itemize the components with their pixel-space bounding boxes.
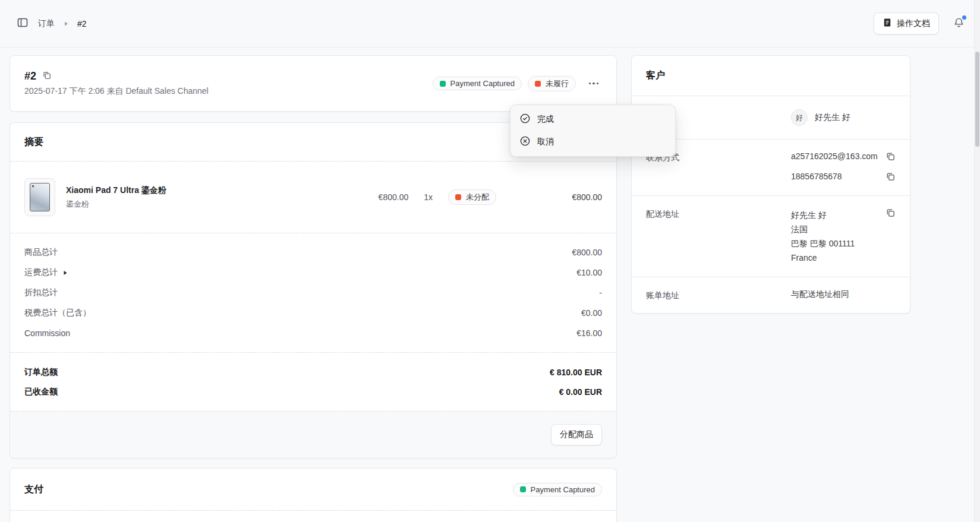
billing-address-value: 与配送地址相同 — [791, 289, 896, 301]
docs-button[interactable]: 操作文档 — [874, 12, 939, 34]
menu-item-complete[interactable]: 完成 — [513, 108, 672, 131]
red-dot-icon — [535, 81, 541, 87]
order-date-channel: 2025-07-17 下午 2:06 来自 Default Sales Chan… — [24, 86, 209, 97]
shipping-address-row: 配送地址 好先生 好 法国 巴黎 巴黎 001111 France — [632, 195, 910, 277]
document-icon — [883, 18, 892, 29]
customer-card: 客户 好 好先生 好 联系方式 a257162025@163.com — [631, 55, 910, 314]
total-row-shipping: 运费总计 €10.00 — [24, 262, 602, 283]
order-line-item: Xiaomi Pad 7 Ultra 鎏金粉 鎏金粉 €800.00 1x 未分… — [10, 162, 616, 233]
scrollbar-thumb[interactable] — [975, 52, 979, 147]
totals-section: 商品总计 €800.00 运费总计 €10.00 折扣总计 - — [10, 233, 616, 352]
line-total: €800.00 — [496, 192, 602, 202]
customer-column: 客户 好 好先生 好 联系方式 a257162025@163.com — [631, 55, 910, 314]
paid-total-row: 已收金额 € 0.00 EUR — [24, 382, 602, 401]
notification-dot — [962, 15, 966, 20]
total-row-items: 商品总计 €800.00 — [24, 242, 602, 262]
customer-email: a257162025@163.com — [791, 151, 878, 161]
main-content: #2 2025-07-17 下午 2:06 来自 Default Sales C… — [0, 48, 980, 522]
panel-left-icon — [17, 17, 29, 30]
copy-order-number-button[interactable] — [42, 71, 52, 82]
copy-shipping-address-button[interactable] — [886, 208, 896, 220]
payment-title: 支付 — [24, 483, 43, 496]
shipping-address-value: 好先生 好 法国 巴黎 巴黎 001111 France — [791, 208, 855, 265]
circle-x-icon — [519, 135, 531, 148]
scrollbar-track — [974, 0, 980, 522]
copy-phone-button[interactable] — [886, 172, 896, 184]
topbar-actions: 操作文档 — [874, 12, 966, 34]
summary-title: 摘要 — [24, 136, 43, 148]
order-header-card: #2 2025-07-17 下午 2:06 来自 Default Sales C… — [10, 55, 617, 112]
fulfillment-status-badge: 未履行 — [528, 76, 576, 91]
order-actions-menu-button[interactable] — [585, 75, 602, 92]
tablet-image — [30, 183, 50, 211]
shipping-address-label: 配送地址 — [646, 208, 791, 265]
order-number: #2 — [24, 70, 36, 83]
customer-name: 好先生 好 — [815, 112, 850, 123]
copy-icon — [42, 71, 52, 82]
customer-title: 客户 — [646, 69, 665, 82]
copy-icon — [886, 208, 896, 220]
docs-button-label: 操作文档 — [897, 18, 930, 29]
order-actions-dropdown: 完成 取消 — [510, 105, 676, 157]
green-dot-icon — [520, 486, 526, 492]
total-row-tax: 税费总计（已含） €0.00 — [24, 303, 602, 323]
breadcrumb-orders-link[interactable]: 订单 — [38, 18, 55, 29]
breadcrumb-current: #2 — [77, 19, 87, 29]
billing-address-row: 账单地址 与配送地址相同 — [632, 277, 910, 313]
summary-footer: 分配商品 — [10, 412, 616, 458]
avatar: 好 — [791, 109, 808, 126]
notifications-button[interactable] — [952, 16, 966, 31]
total-row-discount: 折扣总计 - — [24, 283, 602, 303]
allocate-items-button[interactable]: 分配商品 — [551, 424, 602, 445]
copy-icon — [886, 151, 896, 163]
sidebar-toggle-button[interactable] — [15, 15, 30, 31]
customer-phone: 18856785678 — [791, 172, 842, 181]
total-row-commission: Commission €16.00 — [24, 323, 602, 343]
breadcrumb-arrow-icon — [63, 21, 69, 27]
order-total-row: 订单总额 € 810.00 EUR — [24, 362, 602, 382]
menu-item-cancel[interactable]: 取消 — [513, 131, 672, 153]
topbar: 订单 #2 操作文档 — [0, 0, 980, 48]
divider — [10, 510, 616, 511]
quantity: 1x — [424, 192, 433, 202]
red-dot-icon — [455, 194, 461, 200]
grand-totals-section: 订单总额 € 810.00 EUR 已收金额 € 0.00 EUR — [10, 353, 616, 411]
green-dot-icon — [440, 81, 446, 87]
breadcrumb: 订单 #2 — [15, 15, 87, 31]
payment-card: 支付 Payment Captured — [10, 468, 617, 522]
unit-price: €800.00 — [355, 192, 408, 202]
copy-email-button[interactable] — [886, 151, 896, 163]
copy-icon — [886, 172, 896, 184]
payment-status-badge: Payment Captured — [433, 77, 522, 90]
summary-card: 摘要 Xiaomi Pad 7 Ultra 鎏金粉 鎏金粉 €800.00 1x… — [10, 122, 617, 458]
circle-check-icon — [519, 113, 531, 126]
expand-caret-icon[interactable] — [62, 270, 68, 276]
product-thumbnail — [24, 178, 55, 216]
allocation-badge: 未分配 — [448, 189, 496, 205]
product-variant: 鎏金粉 — [66, 199, 166, 210]
billing-address-label: 账单地址 — [646, 289, 791, 301]
payment-captured-badge: Payment Captured — [513, 483, 602, 496]
product-name: Xiaomi Pad 7 Ultra 鎏金粉 — [66, 185, 166, 196]
